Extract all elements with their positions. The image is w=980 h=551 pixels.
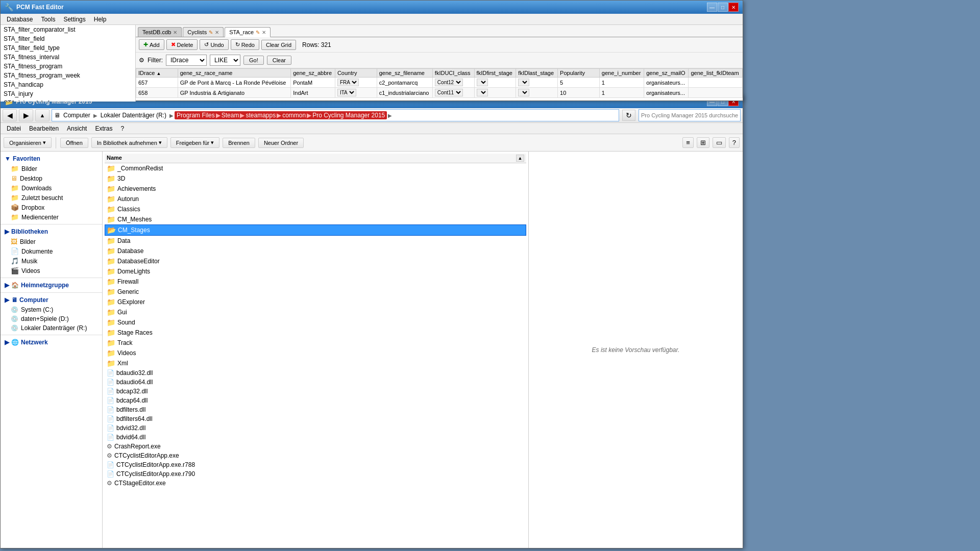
table-row[interactable]: 658 GP Industria & Artigianato IndArt IT… xyxy=(136,88,743,98)
db-tab-close[interactable]: ✕ xyxy=(173,30,177,35)
folder-sound[interactable]: 📁 Sound xyxy=(105,317,526,328)
new-folder-button[interactable]: Neuer Ordner xyxy=(258,138,304,148)
sidebar-item-dropbox[interactable]: 📦 Dropbox xyxy=(1,203,102,212)
col-popularity[interactable]: Popularity xyxy=(558,69,600,78)
address-highlighted-path[interactable]: Program Files ▶ Steam ▶ steamapps ▶ comm… xyxy=(175,111,387,119)
list-item-sta-fitness-interval[interactable]: STA_fitness_interval xyxy=(1,53,135,62)
folder-database-editor[interactable]: 📁 DatabaseEditor xyxy=(105,256,526,266)
col-last-stage[interactable]: fkIDlast_stage xyxy=(516,69,558,78)
menu-datei[interactable]: Datei xyxy=(3,124,25,133)
folder-generic[interactable]: 📁 Generic xyxy=(105,287,526,297)
folder-cm-meshes[interactable]: 📁 CM_Meshes xyxy=(105,214,526,224)
folder-data[interactable]: 📁 Data xyxy=(105,236,526,246)
list-item-sta-fitness-program[interactable]: STA_fitness_program xyxy=(1,62,135,71)
table-row[interactable]: 657 GP de Pont à Marcq - La Ronde Pévélo… xyxy=(136,78,743,88)
sidebar-item-desktop[interactable]: 🖥 Desktop xyxy=(1,173,102,183)
sidebar-item-daten-d[interactable]: 💿 daten+Spiele (D:) xyxy=(1,314,102,323)
help-explorer-button[interactable]: ? xyxy=(729,137,740,148)
explorer-search-input[interactable] xyxy=(639,109,741,121)
organize-button[interactable]: Organisieren ▾ xyxy=(4,137,52,148)
col-abbr[interactable]: gene_sz_abbre xyxy=(291,69,335,78)
uci-select-2[interactable]: Cont11 xyxy=(435,89,463,96)
scroll-up-button[interactable]: ▲ xyxy=(516,155,524,162)
filter-clear-button[interactable]: Clear xyxy=(267,56,291,65)
list-item-sta-filter-comparator[interactable]: STA_filter_comparator_list xyxy=(1,25,135,34)
file-bdvid32[interactable]: 📄 bdvid32.dll xyxy=(105,423,526,433)
tab-cyclists[interactable]: Cyclists ✎ ✕ xyxy=(183,27,224,37)
folder-gui[interactable]: 📁 Gui xyxy=(105,307,526,317)
sidebar-favorites-header[interactable]: ▼ Favoriten xyxy=(1,154,102,164)
file-bdaudio64[interactable]: 📄 bdaudio64.dll xyxy=(105,378,526,387)
menu-database[interactable]: Database xyxy=(3,15,37,24)
view-list-button[interactable]: ≡ xyxy=(682,137,694,148)
last-stage-select-2[interactable] xyxy=(518,89,529,96)
pcm-minimize-button[interactable]: — xyxy=(707,3,717,12)
list-item-sta-fitness-program-week[interactable]: STA_fitness_program_week xyxy=(1,71,135,80)
delete-button[interactable]: ✖ Delete xyxy=(166,39,198,50)
folder-database[interactable]: 📁 Database xyxy=(105,246,526,256)
folder-classics[interactable]: 📁 Classics xyxy=(105,204,526,214)
tab-sta-race[interactable]: STA_race ✎ ✕ xyxy=(225,27,271,37)
sidebar-computer-header[interactable]: ▶ 🖥 Computer xyxy=(1,295,102,305)
sidebar-item-downloads[interactable]: 📁 Downloads xyxy=(1,183,102,193)
menu-help[interactable]: Help xyxy=(90,15,111,24)
folder-firewall[interactable]: 📁 Firewall xyxy=(105,277,526,287)
col-country[interactable]: Country xyxy=(335,69,377,78)
file-ct-stage-editor[interactable]: ⚙ CTStageEditor.exe xyxy=(105,479,526,488)
file-crashreport[interactable]: ⚙ CrashReport.exe xyxy=(105,442,526,451)
menu-ansicht[interactable]: Ansicht xyxy=(63,124,91,133)
folder-gexplorer[interactable]: 📁 GExplorer xyxy=(105,297,526,307)
data-grid[interactable]: IDrace ▲ gene_sz_race_name gene_sz_abbre… xyxy=(136,68,743,98)
undo-button[interactable]: ↺ Undo xyxy=(200,39,228,50)
view-toggle-button[interactable]: ⊞ xyxy=(697,137,709,148)
country-select-2[interactable]: ITA xyxy=(337,89,356,96)
first-stage-select[interactable] xyxy=(477,79,488,86)
menu-extras[interactable]: Extras xyxy=(91,124,116,133)
clear-grid-button[interactable]: Clear Grid xyxy=(261,40,296,50)
list-item-sta-injury-label[interactable]: STA_injury_label xyxy=(1,98,135,102)
filter-go-button[interactable]: Go! xyxy=(243,56,264,65)
file-ct-cyclist-r790[interactable]: 📄 CTCyclistEditorApp.exe.r790 xyxy=(105,469,526,479)
list-item-sta-filter-field[interactable]: STA_filter_field xyxy=(1,34,135,43)
file-bdaudio32[interactable]: 📄 bdaudio32.dll xyxy=(105,368,526,378)
uci-select[interactable]: Cont12 xyxy=(435,79,463,86)
sidebar-item-lib-dokumente[interactable]: 📄 Dokumente xyxy=(1,246,102,256)
menu-bearbeiten[interactable]: Bearbeiten xyxy=(25,124,63,133)
file-bdcap64[interactable]: 📄 bdcap64.dll xyxy=(105,396,526,405)
sidebar-item-lib-bilder[interactable]: 🖼 Bilder xyxy=(1,237,102,246)
folder-achievements[interactable]: 📁 Achievements xyxy=(105,184,526,194)
forward-button[interactable]: ▶ xyxy=(19,109,33,121)
sidebar-item-lib-musik[interactable]: 🎵 Musik xyxy=(1,256,102,266)
sidebar-item-system-c[interactable]: 💿 System (C:) xyxy=(1,305,102,314)
menu-settings[interactable]: Settings xyxy=(59,15,89,24)
sidebar-item-bilder[interactable]: 📁 Bilder xyxy=(1,164,102,173)
refresh-button[interactable]: ↻ xyxy=(622,110,635,121)
pcm-close-button[interactable]: ✕ xyxy=(728,3,739,12)
up-button[interactable]: ▲ xyxy=(35,109,50,121)
folder-dome-lights[interactable]: 📁 DomeLights xyxy=(105,266,526,277)
menu-tools[interactable]: Tools xyxy=(37,15,59,24)
col-name-header[interactable]: Name xyxy=(107,155,516,162)
add-button[interactable]: ✚ Add xyxy=(139,39,164,50)
list-item-sta-filter-field-type[interactable]: STA_filter_field_type xyxy=(1,43,135,53)
address-local-drive[interactable]: Lokaler Datenträger (R:) xyxy=(99,111,168,119)
redo-button[interactable]: ↻ Redo xyxy=(231,39,259,50)
col-filename[interactable]: gene_sz_filename xyxy=(377,69,432,78)
col-race-name[interactable]: gene_sz_race_name xyxy=(178,69,290,78)
burn-button[interactable]: Brennen xyxy=(223,138,255,148)
tab-sta-race-close[interactable]: ✕ xyxy=(262,30,266,35)
sidebar-libraries-header[interactable]: ▶ Bibliotheken xyxy=(1,227,102,237)
list-item-sta-injury[interactable]: STA_injury xyxy=(1,89,135,98)
file-ct-cyclist-r788[interactable]: 📄 CTCyclistEditorApp.exe.r788 xyxy=(105,460,526,469)
db-tab[interactable]: TestDB.cdb ✕ xyxy=(138,27,182,37)
country-select[interactable]: FRA xyxy=(337,79,359,86)
sidebar-network-header[interactable]: ▶ 🏠 Heimnetzgruppe xyxy=(1,280,102,290)
folder-autorun[interactable]: 📁 Autorun xyxy=(105,194,526,204)
pcm-maximize-button[interactable]: □ xyxy=(718,3,728,12)
col-uci-class[interactable]: fkIDUCI_class xyxy=(432,69,474,78)
file-bdfilters[interactable]: 📄 bdfilters.dll xyxy=(105,405,526,414)
last-stage-select[interactable] xyxy=(518,79,529,86)
list-item-sta-handicap[interactable]: STA_handicap xyxy=(1,80,135,89)
tab-cyclists-close[interactable]: ✕ xyxy=(215,30,219,35)
folder-stage-races[interactable]: 📁 Stage Races xyxy=(105,328,526,338)
